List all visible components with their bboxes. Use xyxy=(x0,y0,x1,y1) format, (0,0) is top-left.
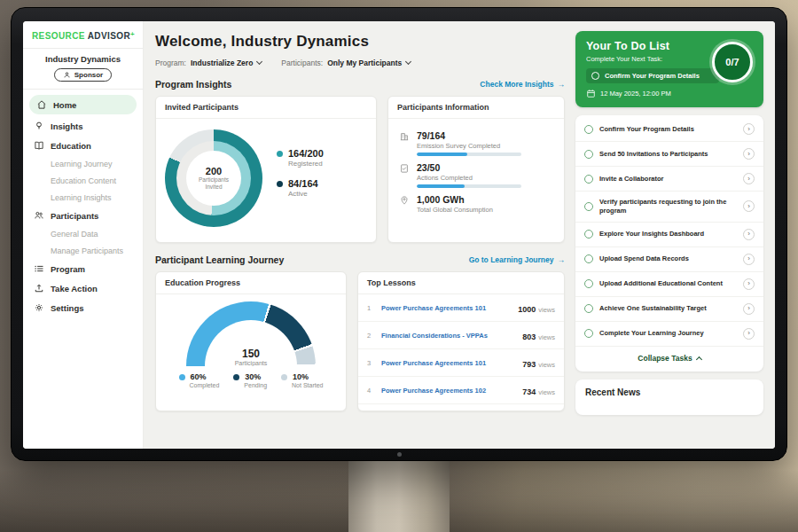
lesson-row[interactable]: 5 Power Purchase Agreements 103 600views xyxy=(358,404,564,411)
chevron-right-icon[interactable]: › xyxy=(743,303,755,315)
lesson-row[interactable]: 4 Power Purchase Agreements 102 734views xyxy=(358,377,564,404)
monitor-bezel: RESOURCE ADVISOR+ Industry Dynamics Spon… xyxy=(11,7,787,461)
progress-fill xyxy=(417,153,467,156)
views-suffix: views xyxy=(538,361,555,369)
chevron-right-icon[interactable]: › xyxy=(743,148,755,160)
sidebar-item-label: Home xyxy=(53,100,76,110)
gauge-center: 150 Participants xyxy=(186,348,316,366)
sidebar-item-education-content[interactable]: Education Content xyxy=(23,172,143,189)
chevron-right-icon[interactable]: › xyxy=(743,200,755,212)
lesson-link[interactable]: Power Purchase Agreements 101 xyxy=(381,359,515,367)
legend-label: Not Started xyxy=(292,382,323,388)
sidebar-item-participants[interactable]: Participants xyxy=(23,206,143,225)
stat-emission-survey: 79/164 Emission Survey Completed xyxy=(399,130,553,156)
legend-item-active: 84/164 Active xyxy=(277,178,324,198)
program-dropdown[interactable]: Program: Industrialize Zero xyxy=(155,59,262,67)
app-logo: RESOURCE ADVISOR+ xyxy=(23,28,143,46)
divider xyxy=(23,89,143,90)
task-checkbox[interactable] xyxy=(584,150,593,159)
checkbox-icon[interactable] xyxy=(591,72,599,80)
task-checkbox[interactable] xyxy=(584,202,593,211)
todo-tasks-card: Confirm Your Program Details › Send 50 I… xyxy=(575,115,763,372)
legend-value: 10% xyxy=(293,372,309,381)
legend-item-not-started: 10% Not Started xyxy=(281,372,323,388)
task-checkbox[interactable] xyxy=(584,230,593,239)
todo-summary-card: Your To Do List Complete Your Next Task:… xyxy=(575,31,763,107)
sidebar-item-learning-insights[interactable]: Learning Insights xyxy=(23,189,143,206)
collapse-tasks-button[interactable]: Collapse Tasks xyxy=(575,347,763,370)
participants-dropdown[interactable]: Participants: Only My Participants xyxy=(281,59,411,67)
sidebar-item-take-action[interactable]: Take Action xyxy=(23,278,143,298)
calendar-icon xyxy=(586,89,596,98)
sidebar-item-settings[interactable]: Settings xyxy=(23,298,143,317)
sponsor-badge[interactable]: Sponsor xyxy=(54,68,112,82)
task-label: Complete Your Learning Journey xyxy=(599,329,737,338)
task-checkbox[interactable] xyxy=(584,125,593,134)
task-row[interactable]: Upload Spend Data Records › xyxy=(575,247,763,272)
people-icon xyxy=(34,210,44,221)
photo-background: RESOURCE ADVISOR+ Industry Dynamics Spon… xyxy=(0,0,798,532)
task-row[interactable]: Send 50 Invitations to Participants › xyxy=(575,142,763,167)
task-row[interactable]: Upload Additional Educational Content › xyxy=(575,272,763,297)
sidebar-item-learning-journey[interactable]: Learning Journey xyxy=(23,155,143,172)
sidebar-item-manage-participants[interactable]: Manage Participants xyxy=(23,242,143,259)
person-icon xyxy=(63,71,71,79)
task-row[interactable]: Invite a Collaborator › xyxy=(575,167,763,192)
progress-track xyxy=(417,153,521,156)
chevron-right-icon[interactable]: › xyxy=(743,278,755,290)
task-checkbox[interactable] xyxy=(584,304,593,313)
task-label: Invite a Collaborator xyxy=(599,175,737,184)
education-progress-card: Education Progress 150 Participants xyxy=(155,271,347,411)
task-row[interactable]: Complete Your Learning Journey › xyxy=(575,322,763,347)
lesson-row[interactable]: 1 Power Purchase Agreements 101 1000view… xyxy=(358,294,564,322)
due-date-row: 12 May 2025, 12:00 PM xyxy=(586,89,753,98)
lesson-link[interactable]: Power Purchase Agreements 102 xyxy=(381,387,515,395)
legend-label: Active xyxy=(288,190,324,198)
chevron-right-icon[interactable]: › xyxy=(743,173,755,184)
go-to-learning-journey-link[interactable]: Go to Learning Journey → xyxy=(469,255,565,264)
gauge-center-label: Participants xyxy=(186,360,316,366)
logo-advisor: ADVISOR xyxy=(88,31,130,41)
task-checkbox[interactable] xyxy=(584,279,593,288)
task-row[interactable]: Verify participants requesting to join t… xyxy=(575,192,763,223)
gauge-center-value: 150 xyxy=(186,348,316,360)
lesson-link[interactable]: Power Purchase Agreements 101 xyxy=(381,304,511,312)
page-title: Welcome, Industry Dynamics xyxy=(155,33,565,51)
chevron-right-icon[interactable]: › xyxy=(743,254,755,265)
link-label: Go to Learning Journey xyxy=(469,255,554,264)
task-checkbox[interactable] xyxy=(584,254,593,263)
legend-value: 60% xyxy=(191,372,207,381)
sidebar-item-general-data[interactable]: General Data xyxy=(23,225,143,242)
task-checkbox[interactable] xyxy=(584,175,593,184)
donut-center-value: 200 xyxy=(206,166,222,176)
sponsor-badge-label: Sponsor xyxy=(74,71,103,79)
next-task-row[interactable]: Confirm Your Program Details xyxy=(586,68,719,83)
task-row[interactable]: Achieve One Sustainability Target › xyxy=(575,297,763,322)
invited-donut-center: 200 Participants Invited xyxy=(186,151,241,206)
book-icon xyxy=(34,140,44,151)
sidebar: RESOURCE ADVISOR+ Industry Dynamics Spon… xyxy=(23,21,144,449)
lesson-row[interactable]: 3 Power Purchase Agreements 101 793views xyxy=(358,349,564,377)
check-more-insights-link[interactable]: Check More Insights → xyxy=(480,80,565,89)
chevron-right-icon[interactable]: › xyxy=(743,328,755,340)
monitor-logo-dot xyxy=(397,452,402,457)
lesson-row[interactable]: 2 Financial Considerations - VPPAs 803vi… xyxy=(358,322,564,349)
lesson-rank: 2 xyxy=(367,332,374,340)
task-row[interactable]: Confirm Your Program Details › xyxy=(575,117,763,142)
sidebar-item-home[interactable]: Home xyxy=(29,95,137,114)
task-checkbox[interactable] xyxy=(584,329,593,338)
task-row[interactable]: Explore Your Insights Dashboard › xyxy=(575,223,763,247)
sidebar-item-program[interactable]: Program xyxy=(23,259,143,278)
chevron-right-icon[interactable]: › xyxy=(743,229,755,240)
sidebar-item-label: Take Action xyxy=(51,284,98,293)
chevron-right-icon[interactable]: › xyxy=(743,123,755,135)
lesson-link[interactable]: Financial Considerations - VPPAs xyxy=(381,332,515,340)
sidebar-nav: Home Insights Education Learning Journey… xyxy=(23,95,143,317)
legend-value: 164/200 xyxy=(288,148,324,159)
upload-icon xyxy=(34,283,44,293)
sidebar-item-label: Settings xyxy=(51,303,83,313)
sidebar-item-insights[interactable]: Insights xyxy=(23,116,143,136)
task-label: Confirm Your Program Details xyxy=(599,125,737,134)
sidebar-item-education[interactable]: Education xyxy=(23,136,143,155)
filters-row: Program: Industrialize Zero Participants… xyxy=(155,59,565,67)
